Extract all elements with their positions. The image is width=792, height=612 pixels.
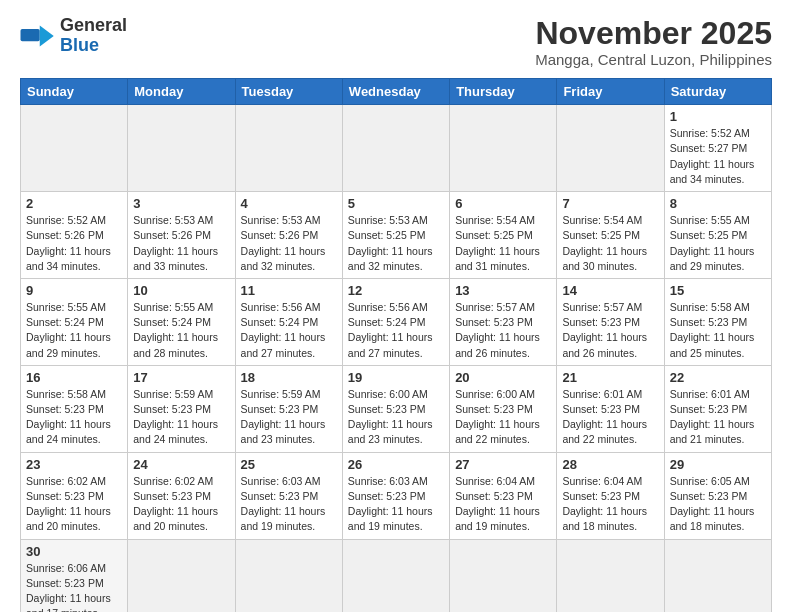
calendar-cell-w1d3: 5Sunrise: 5:53 AMSunset: 5:25 PMDaylight… [342, 192, 449, 279]
calendar-cell-w2d5: 14Sunrise: 5:57 AMSunset: 5:23 PMDayligh… [557, 278, 664, 365]
title-area: November 2025 Mangga, Central Luzon, Phi… [535, 16, 772, 68]
main-title: November 2025 [535, 16, 772, 51]
day-number: 3 [133, 196, 229, 211]
day-info: Sunrise: 5:53 AMSunset: 5:25 PMDaylight:… [348, 213, 444, 274]
day-number: 13 [455, 283, 551, 298]
day-number: 10 [133, 283, 229, 298]
day-number: 25 [241, 457, 337, 472]
calendar-cell-w2d4: 13Sunrise: 5:57 AMSunset: 5:23 PMDayligh… [450, 278, 557, 365]
calendar-cell-w2d3: 12Sunrise: 5:56 AMSunset: 5:24 PMDayligh… [342, 278, 449, 365]
day-number: 16 [26, 370, 122, 385]
calendar-cell-w4d3: 26Sunrise: 6:03 AMSunset: 5:23 PMDayligh… [342, 452, 449, 539]
day-number: 11 [241, 283, 337, 298]
day-info: Sunrise: 6:01 AMSunset: 5:23 PMDaylight:… [562, 387, 658, 448]
calendar-cell-w0d6: 1Sunrise: 5:52 AMSunset: 5:27 PMDaylight… [664, 105, 771, 192]
calendar: SundayMondayTuesdayWednesdayThursdayFrid… [20, 78, 772, 612]
weekday-header-tuesday: Tuesday [235, 79, 342, 105]
svg-marker-1 [40, 25, 54, 46]
day-number: 28 [562, 457, 658, 472]
day-info: Sunrise: 6:05 AMSunset: 5:23 PMDaylight:… [670, 474, 766, 535]
day-number: 2 [26, 196, 122, 211]
calendar-cell-w2d0: 9Sunrise: 5:55 AMSunset: 5:24 PMDaylight… [21, 278, 128, 365]
day-info: Sunrise: 5:52 AMSunset: 5:27 PMDaylight:… [670, 126, 766, 187]
day-number: 7 [562, 196, 658, 211]
day-number: 29 [670, 457, 766, 472]
calendar-cell-w3d4: 20Sunrise: 6:00 AMSunset: 5:23 PMDayligh… [450, 365, 557, 452]
calendar-cell-w4d1: 24Sunrise: 6:02 AMSunset: 5:23 PMDayligh… [128, 452, 235, 539]
calendar-cell-w1d1: 3Sunrise: 5:53 AMSunset: 5:26 PMDaylight… [128, 192, 235, 279]
day-number: 24 [133, 457, 229, 472]
calendar-cell-w3d3: 19Sunrise: 6:00 AMSunset: 5:23 PMDayligh… [342, 365, 449, 452]
weekday-header-sunday: Sunday [21, 79, 128, 105]
day-info: Sunrise: 5:55 AMSunset: 5:24 PMDaylight:… [133, 300, 229, 361]
day-number: 15 [670, 283, 766, 298]
day-number: 23 [26, 457, 122, 472]
day-info: Sunrise: 6:02 AMSunset: 5:23 PMDaylight:… [133, 474, 229, 535]
calendar-cell-w1d6: 8Sunrise: 5:55 AMSunset: 5:25 PMDaylight… [664, 192, 771, 279]
day-info: Sunrise: 5:54 AMSunset: 5:25 PMDaylight:… [455, 213, 551, 274]
logo-text: General Blue [60, 16, 127, 56]
weekday-header-saturday: Saturday [664, 79, 771, 105]
page: General Blue November 2025 Mangga, Centr… [0, 0, 792, 612]
calendar-cell-w1d5: 7Sunrise: 5:54 AMSunset: 5:25 PMDaylight… [557, 192, 664, 279]
calendar-cell-w2d2: 11Sunrise: 5:56 AMSunset: 5:24 PMDayligh… [235, 278, 342, 365]
logo: General Blue [20, 16, 127, 56]
day-info: Sunrise: 6:00 AMSunset: 5:23 PMDaylight:… [455, 387, 551, 448]
calendar-cell-w5d4 [450, 539, 557, 612]
calendar-cell-w0d4 [450, 105, 557, 192]
day-number: 8 [670, 196, 766, 211]
day-info: Sunrise: 5:52 AMSunset: 5:26 PMDaylight:… [26, 213, 122, 274]
day-info: Sunrise: 5:57 AMSunset: 5:23 PMDaylight:… [562, 300, 658, 361]
day-number: 4 [241, 196, 337, 211]
calendar-cell-w5d2 [235, 539, 342, 612]
calendar-cell-w5d0: 30Sunrise: 6:06 AMSunset: 5:23 PMDayligh… [21, 539, 128, 612]
day-number: 27 [455, 457, 551, 472]
day-info: Sunrise: 6:02 AMSunset: 5:23 PMDaylight:… [26, 474, 122, 535]
calendar-cell-w4d5: 28Sunrise: 6:04 AMSunset: 5:23 PMDayligh… [557, 452, 664, 539]
subtitle: Mangga, Central Luzon, Philippines [535, 51, 772, 68]
day-info: Sunrise: 6:01 AMSunset: 5:23 PMDaylight:… [670, 387, 766, 448]
day-info: Sunrise: 5:56 AMSunset: 5:24 PMDaylight:… [241, 300, 337, 361]
day-info: Sunrise: 6:00 AMSunset: 5:23 PMDaylight:… [348, 387, 444, 448]
calendar-cell-w4d6: 29Sunrise: 6:05 AMSunset: 5:23 PMDayligh… [664, 452, 771, 539]
calendar-cell-w3d0: 16Sunrise: 5:58 AMSunset: 5:23 PMDayligh… [21, 365, 128, 452]
calendar-cell-w3d6: 22Sunrise: 6:01 AMSunset: 5:23 PMDayligh… [664, 365, 771, 452]
day-number: 21 [562, 370, 658, 385]
weekday-header-monday: Monday [128, 79, 235, 105]
day-number: 22 [670, 370, 766, 385]
day-number: 26 [348, 457, 444, 472]
day-number: 17 [133, 370, 229, 385]
calendar-cell-w5d1 [128, 539, 235, 612]
weekday-header-thursday: Thursday [450, 79, 557, 105]
day-number: 6 [455, 196, 551, 211]
day-info: Sunrise: 5:55 AMSunset: 5:24 PMDaylight:… [26, 300, 122, 361]
calendar-cell-w4d4: 27Sunrise: 6:04 AMSunset: 5:23 PMDayligh… [450, 452, 557, 539]
calendar-cell-w3d2: 18Sunrise: 5:59 AMSunset: 5:23 PMDayligh… [235, 365, 342, 452]
day-info: Sunrise: 6:06 AMSunset: 5:23 PMDaylight:… [26, 561, 122, 612]
calendar-cell-w0d2 [235, 105, 342, 192]
calendar-cell-w3d1: 17Sunrise: 5:59 AMSunset: 5:23 PMDayligh… [128, 365, 235, 452]
day-number: 1 [670, 109, 766, 124]
calendar-cell-w4d2: 25Sunrise: 6:03 AMSunset: 5:23 PMDayligh… [235, 452, 342, 539]
day-info: Sunrise: 5:59 AMSunset: 5:23 PMDaylight:… [241, 387, 337, 448]
calendar-cell-w4d0: 23Sunrise: 6:02 AMSunset: 5:23 PMDayligh… [21, 452, 128, 539]
day-info: Sunrise: 6:04 AMSunset: 5:23 PMDaylight:… [562, 474, 658, 535]
day-number: 9 [26, 283, 122, 298]
day-number: 20 [455, 370, 551, 385]
day-info: Sunrise: 5:54 AMSunset: 5:25 PMDaylight:… [562, 213, 658, 274]
calendar-cell-w5d3 [342, 539, 449, 612]
calendar-cell-w0d3 [342, 105, 449, 192]
day-info: Sunrise: 6:03 AMSunset: 5:23 PMDaylight:… [241, 474, 337, 535]
day-info: Sunrise: 5:53 AMSunset: 5:26 PMDaylight:… [241, 213, 337, 274]
day-info: Sunrise: 5:55 AMSunset: 5:25 PMDaylight:… [670, 213, 766, 274]
logo-icon [20, 22, 56, 50]
calendar-cell-w2d1: 10Sunrise: 5:55 AMSunset: 5:24 PMDayligh… [128, 278, 235, 365]
day-number: 19 [348, 370, 444, 385]
day-info: Sunrise: 5:58 AMSunset: 5:23 PMDaylight:… [26, 387, 122, 448]
calendar-cell-w0d5 [557, 105, 664, 192]
calendar-cell-w1d0: 2Sunrise: 5:52 AMSunset: 5:26 PMDaylight… [21, 192, 128, 279]
day-number: 12 [348, 283, 444, 298]
day-info: Sunrise: 5:56 AMSunset: 5:24 PMDaylight:… [348, 300, 444, 361]
day-info: Sunrise: 6:04 AMSunset: 5:23 PMDaylight:… [455, 474, 551, 535]
weekday-header-wednesday: Wednesday [342, 79, 449, 105]
